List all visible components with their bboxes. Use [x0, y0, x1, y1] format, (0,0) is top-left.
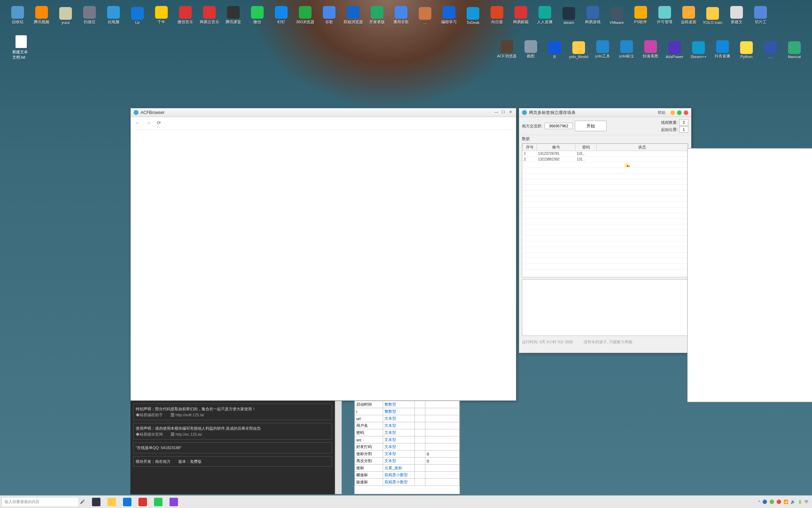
taskbar-app[interactable]: [89, 496, 104, 508]
desktop-icon[interactable]: 微信: [247, 3, 268, 25]
browser-titlebar[interactable]: ACFBrowser — ☐ ✕: [131, 108, 516, 117]
var-row[interactable]: 好友打码文本型: [355, 443, 460, 450]
desktop-icon[interactable]: VMware: [606, 3, 627, 25]
startpos-input[interactable]: [679, 126, 688, 133]
var-row[interactable]: i整数型: [355, 408, 460, 415]
desktop-icon[interactable]: 扫描仪: [79, 3, 100, 25]
desktop-icon[interactable]: 双核浏览器: [343, 3, 364, 25]
desktop-icon[interactable]: yolo工具: [592, 37, 613, 59]
tray-icon[interactable]: ^: [758, 500, 760, 504]
desktop-icon[interactable]: Navicat: [784, 37, 805, 59]
desktop-icon[interactable]: ACF浏览器: [496, 37, 517, 59]
desktop-icon[interactable]: yolo标注: [616, 37, 637, 59]
desktop-text-file[interactable]: 新建文本文档.txt: [12, 35, 30, 60]
data-titlebar[interactable]: 网页多标签独立缓存填表 帮助: [519, 108, 691, 117]
desktop-icon[interactable]: PS软件: [630, 3, 651, 25]
desktop-icon[interactable]: steam: [558, 3, 579, 25]
taskbar-app[interactable]: [135, 496, 150, 508]
table-header[interactable]: 状态: [597, 144, 688, 151]
desktop-icon[interactable]: YOLO train: [702, 3, 723, 25]
desktop-icon[interactable]: 截图: [520, 37, 541, 59]
tray-icon[interactable]: 中: [805, 499, 808, 504]
desktop-icon[interactable]: AdsPower: [664, 37, 685, 59]
mic-icon[interactable]: 🎤: [79, 500, 86, 504]
data-log-area[interactable]: [522, 279, 688, 336]
ide-code-panel[interactable]: 特别声明：部分代码是取自前辈们的，集合在一起只是方便大家使用！ ◆精易编程助手 …: [130, 401, 335, 494]
desktop-icon[interactable]: 网易游戏: [582, 3, 603, 25]
var-row[interactable]: 纵坐标双精度小数型: [355, 479, 460, 486]
desktop-icon[interactable]: 快速美图: [640, 37, 661, 59]
desktop-icon[interactable]: 谷歌: [319, 3, 340, 25]
taskbar-search[interactable]: 输入你要搜索的内容: [1, 497, 79, 507]
desktop-icon[interactable]: 通用谷歌: [390, 3, 412, 25]
desktop-icon[interactable]: 向日葵: [486, 3, 508, 25]
var-row[interactable]: 再次分割文本型0: [355, 458, 460, 465]
taskbar-app[interactable]: [151, 496, 166, 508]
taskbar-app[interactable]: [120, 496, 135, 508]
var-row[interactable]: url文本型: [355, 415, 460, 422]
var-row[interactable]: 坐标分割文本型0: [355, 450, 460, 458]
desktop-icon[interactable]: 千牛: [151, 3, 172, 25]
ide-variable-table[interactable]: 启动时间整数型i整数型url文本型用户名文本型密码文本型src文本型好友打码文本…: [354, 400, 460, 494]
forward-button[interactable]: →: [145, 120, 152, 127]
minimize-dot[interactable]: [670, 110, 675, 115]
start-button[interactable]: 开始: [575, 121, 607, 131]
tray-icon[interactable]: 📶: [783, 500, 788, 504]
desktop-icon[interactable]: ToDesk: [462, 3, 484, 25]
tray-icon[interactable]: 🔵: [762, 500, 767, 504]
desktop-icon[interactable]: Uz: [127, 3, 148, 25]
taskbar-app[interactable]: [166, 496, 181, 508]
tray-icon[interactable]: 🟢: [769, 500, 774, 504]
desktop-icon[interactable]: yuiui: [55, 3, 76, 25]
desktop-icon[interactable]: 切片工: [750, 3, 771, 25]
maximize-button[interactable]: ☐: [500, 110, 506, 115]
desktop-icon[interactable]: ....: [760, 37, 781, 59]
desktop-icon[interactable]: 此电脑: [103, 3, 124, 25]
desktop-icon[interactable]: 360浏览器: [295, 3, 316, 25]
var-row[interactable]: 横坐标双精度小数型: [355, 472, 460, 479]
tray-icon[interactable]: 🔴: [776, 500, 781, 504]
desktop-icon[interactable]: ...: [414, 3, 436, 25]
data-table[interactable]: 序号账号密码状态 113123728781131..21322388239213…: [522, 143, 688, 277]
maximize-dot[interactable]: [677, 110, 682, 115]
desktop-icon[interactable]: B: [544, 37, 565, 59]
minimize-button[interactable]: —: [493, 110, 499, 115]
var-row[interactable]: 用户名文本型: [355, 422, 460, 429]
group-input[interactable]: [545, 123, 573, 129]
table-row[interactable]: 213223882392131..: [523, 157, 688, 162]
thread-input[interactable]: [679, 119, 688, 126]
table-header[interactable]: 序号: [523, 144, 537, 151]
desktop-icon[interactable]: 远程桌面: [678, 3, 699, 25]
table-header[interactable]: 密码: [576, 144, 597, 151]
browser-viewport[interactable]: [131, 130, 516, 400]
desktop-icon[interactable]: 抖音直播: [712, 37, 733, 59]
reload-button[interactable]: ⟳: [155, 120, 162, 127]
desktop-icon[interactable]: 腾讯课堂: [223, 3, 244, 25]
back-button[interactable]: ←: [134, 120, 141, 127]
ide-scrollbar[interactable]: [335, 401, 342, 494]
table-header[interactable]: 账号: [537, 144, 576, 151]
close-button[interactable]: ✕: [508, 110, 513, 115]
desktop-icon[interactable]: 网易邮箱: [510, 3, 531, 25]
desktop-icon[interactable]: Python: [736, 37, 757, 59]
desktop-icon[interactable]: 新建文: [726, 3, 747, 25]
tray-icon[interactable]: 🔊: [791, 500, 795, 504]
desktop-icon[interactable]: 人人直播: [534, 3, 555, 25]
var-row[interactable]: 密码文本型: [355, 429, 460, 436]
var-row[interactable]: 坐标元素_坐标: [355, 465, 460, 472]
desktop-icon[interactable]: 微信音乐: [175, 3, 196, 25]
desktop-icon[interactable]: 腾讯视频: [31, 3, 52, 25]
close-dot[interactable]: [684, 110, 688, 115]
var-row[interactable]: src文本型: [355, 436, 460, 443]
desktop-icon[interactable]: 钉钉: [271, 3, 292, 25]
desktop-icon[interactable]: yolo_filestd: [568, 37, 589, 59]
help-link[interactable]: 帮助: [658, 110, 665, 115]
desktop-icon[interactable]: 网易云音乐: [199, 3, 220, 25]
taskbar-app[interactable]: [104, 496, 119, 508]
table-row[interactable]: 113123728781131..: [523, 151, 688, 157]
tray-icon[interactable]: 🔋: [798, 500, 802, 504]
desktop-icon[interactable]: 回收站: [7, 3, 28, 25]
desktop-icon[interactable]: 许可管理: [654, 3, 675, 25]
desktop-icon[interactable]: Steam++: [688, 37, 709, 59]
desktop-icon[interactable]: 开发者版: [367, 3, 388, 25]
